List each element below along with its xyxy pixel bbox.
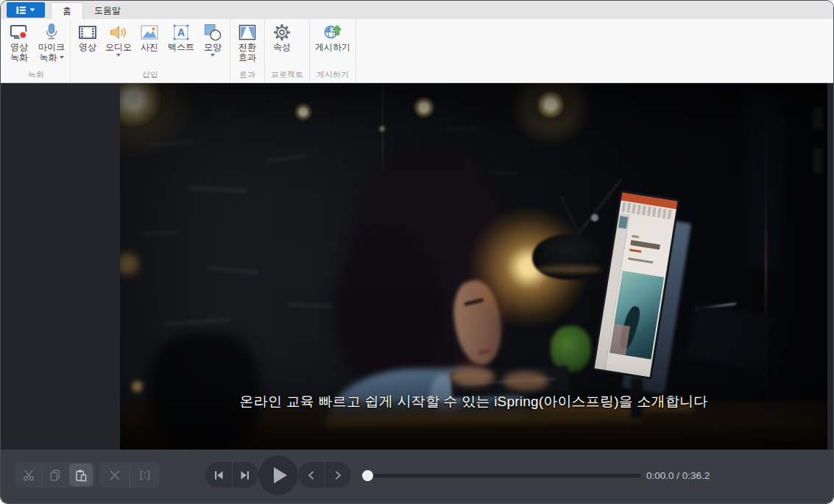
paste-icon bbox=[74, 469, 88, 482]
button-label: 오디오 bbox=[105, 42, 132, 52]
tab-home[interactable]: 홈 bbox=[51, 2, 83, 19]
button-label: 영상 bbox=[10, 42, 28, 52]
svg-text:A: A bbox=[177, 26, 185, 38]
button-label: 마이크 bbox=[38, 42, 65, 52]
jump-start-icon bbox=[212, 469, 225, 482]
button-label: 게시하기 bbox=[315, 42, 350, 52]
insert-text-button[interactable]: A 텍스트 bbox=[165, 21, 197, 68]
tab-help[interactable]: 도움말 bbox=[83, 2, 132, 19]
app-menu-button[interactable] bbox=[7, 2, 45, 18]
film-icon bbox=[78, 23, 97, 42]
delete-button[interactable] bbox=[99, 462, 130, 488]
ribbon-group-label: 녹화 bbox=[4, 68, 68, 84]
chevron-down-icon bbox=[29, 8, 35, 12]
trim-brackets-icon bbox=[138, 469, 152, 482]
mic-record-button[interactable]: 마이크 녹화 bbox=[35, 21, 68, 68]
screen-record-icon bbox=[10, 23, 29, 42]
button-label: 영상 bbox=[79, 42, 96, 52]
chevron-right-icon bbox=[331, 469, 344, 482]
ribbon-group-label: 삽입 bbox=[72, 68, 228, 84]
app-window: 홈 도움말 영상 녹화 bbox=[0, 0, 834, 504]
text-icon: A bbox=[172, 23, 191, 42]
picture-icon bbox=[140, 23, 159, 42]
dropdown-caret-icon bbox=[60, 56, 64, 59]
screen-record-button[interactable]: 영상 녹화 bbox=[4, 21, 35, 68]
dropdown-caret-icon bbox=[211, 54, 215, 57]
jump-to-end-button[interactable] bbox=[232, 462, 258, 488]
button-label: 텍스트 bbox=[168, 42, 194, 52]
copy-button[interactable] bbox=[42, 462, 68, 488]
button-label: 효과 bbox=[238, 52, 256, 63]
ribbon-group-effects: 전환 효과 효과 bbox=[230, 19, 265, 82]
play-icon bbox=[258, 455, 298, 495]
play-button[interactable] bbox=[258, 455, 298, 495]
trim-button[interactable] bbox=[130, 462, 159, 488]
control-bar: 0:00.0 / 0:36.2 bbox=[1, 450, 833, 503]
cut-button[interactable] bbox=[15, 462, 42, 488]
jump-end-icon bbox=[238, 469, 252, 482]
copy-icon bbox=[49, 469, 62, 482]
video-subtitle: 온라인 교육 빠르고 쉽게 시작할 수 있는 iSpring(아이스프링)을 소… bbox=[120, 392, 827, 411]
publish-globe-icon bbox=[323, 23, 342, 42]
clipboard-button-group bbox=[15, 462, 96, 488]
shapes-icon bbox=[203, 23, 222, 42]
step-button-group bbox=[298, 462, 351, 488]
time-display: 0:00.0 / 0:36.2 bbox=[646, 469, 710, 483]
paste-button[interactable] bbox=[69, 464, 93, 486]
step-back-button[interactable] bbox=[298, 462, 325, 488]
insert-picture-button[interactable]: 사진 bbox=[134, 21, 165, 68]
tab-bar: 홈 도움말 bbox=[1, 1, 833, 19]
seek-slider[interactable] bbox=[367, 474, 641, 478]
chevron-left-icon bbox=[305, 469, 318, 482]
stage-background: 온라인 교육 빠르고 쉽게 시작할 수 있는 iSpring(아이스프링)을 소… bbox=[1, 83, 833, 450]
mic-record-icon bbox=[42, 23, 61, 42]
ribbon-group-insert: 영상 오디오 사진 bbox=[71, 19, 230, 82]
button-label: 녹화 bbox=[10, 52, 28, 63]
transition-effects-button[interactable]: 전환 효과 bbox=[232, 21, 263, 68]
gear-icon bbox=[272, 23, 291, 42]
dropdown-caret-icon bbox=[116, 54, 121, 57]
ribbon-group-label: 게시하기 bbox=[311, 68, 354, 84]
ribbon-group-publish: 게시하기 게시하기 bbox=[310, 19, 356, 82]
ribbon-group-label: 효과 bbox=[232, 68, 263, 84]
video-preview[interactable]: 온라인 교육 빠르고 쉽게 시작할 수 있는 iSpring(아이스프링)을 소… bbox=[120, 83, 827, 450]
ribbon-group-project: 속성 프로젝트 bbox=[265, 19, 310, 82]
button-label: 사진 bbox=[141, 42, 158, 52]
button-label: 모양 bbox=[204, 42, 222, 52]
insert-audio-button[interactable]: 오디오 bbox=[103, 21, 134, 68]
insert-video-button[interactable]: 영상 bbox=[72, 21, 103, 68]
button-label: 전환 bbox=[238, 42, 256, 52]
seek-slider-thumb[interactable] bbox=[362, 470, 373, 481]
jump-to-start-button[interactable] bbox=[205, 462, 232, 488]
jump-button-group bbox=[205, 462, 258, 488]
delete-x-icon bbox=[108, 469, 121, 482]
button-label: 녹화 bbox=[40, 52, 57, 63]
edit-button-group bbox=[99, 462, 160, 488]
ribbon-group-record: 영상 녹화 마이크 녹화 녹화 bbox=[2, 19, 71, 82]
scissors-icon bbox=[22, 469, 35, 482]
insert-shape-button[interactable]: 모양 bbox=[197, 21, 228, 68]
button-label: 속성 bbox=[273, 42, 291, 52]
ribbon-group-label: 프로젝트 bbox=[266, 68, 308, 84]
step-forward-button[interactable] bbox=[325, 462, 350, 488]
publish-button[interactable]: 게시하기 bbox=[311, 21, 354, 68]
transition-icon bbox=[238, 23, 257, 42]
ribbon: 영상 녹화 마이크 녹화 녹화 bbox=[1, 19, 833, 83]
menu-list-icon bbox=[16, 6, 26, 15]
speaker-icon bbox=[109, 23, 128, 42]
properties-button[interactable]: 속성 bbox=[266, 21, 297, 68]
